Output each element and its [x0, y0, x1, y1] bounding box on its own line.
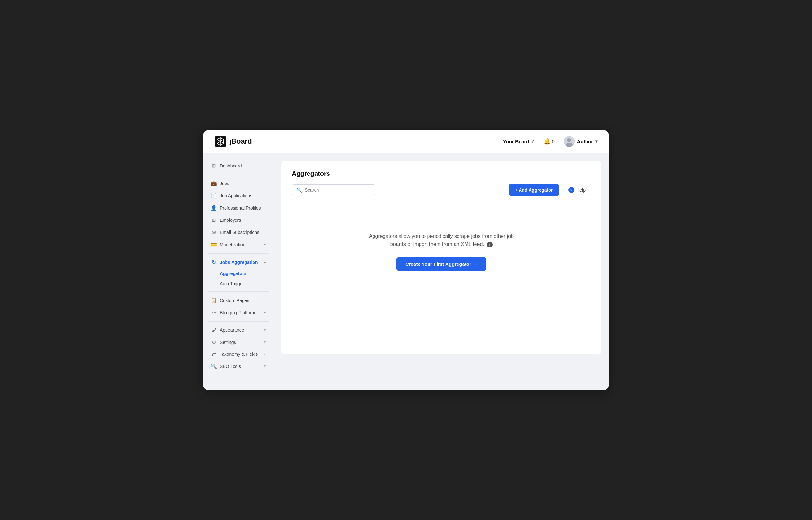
sidebar-item-taxonomy-fields[interactable]: 🏷 Taxonomy & Fields ▾: [203, 348, 274, 360]
sidebar-subitem-auto-tagger[interactable]: Auto Tagger: [203, 279, 274, 289]
jobs-aggregation-icon: ↻: [211, 259, 217, 265]
help-icon: ?: [568, 187, 574, 193]
header: jBoard Your Board ⤢ 🔔 0 Author: [203, 130, 609, 153]
sidebar-item-custom-pages[interactable]: 📋 Custom Pages: [203, 294, 274, 307]
dashboard-icon: ⊞: [211, 163, 217, 169]
search-icon: 🔍: [297, 187, 302, 192]
sidebar-item-settings[interactable]: ⚙ Settings ▾: [203, 336, 274, 348]
help-label: Help: [576, 187, 586, 192]
content-panel: Aggregators 🔍 + Add Aggregator ? Help: [281, 161, 601, 354]
job-applications-icon: 📄: [211, 193, 217, 199]
bell-icon: 🔔: [544, 138, 551, 145]
author-label: Author: [577, 139, 593, 144]
sidebar-label-dashboard: Dashboard: [220, 163, 266, 168]
sidebar-item-employers[interactable]: ⊞ Employers: [203, 214, 274, 226]
empty-state: Aggregators allow you to periodically sc…: [292, 206, 591, 296]
taxonomy-icon: 🏷: [211, 352, 217, 357]
monetization-chevron-icon: ▾: [264, 242, 266, 246]
sidebar-item-seo-tools[interactable]: 🔍 SEO Tools ▾: [203, 360, 274, 372]
sidebar-label-employers: Employers: [220, 217, 266, 223]
auto-tagger-label: Auto Tagger: [220, 281, 244, 286]
sidebar-divider-1: [208, 175, 269, 175]
author-menu[interactable]: Author ▾: [564, 136, 597, 147]
sidebar-label-settings: Settings: [220, 340, 261, 345]
main-content: Aggregators 🔍 + Add Aggregator ? Help: [274, 153, 609, 390]
sidebar: ⊞ Dashboard 💼 Jobs 📄 Job Applications 👤 …: [203, 153, 274, 390]
sidebar-divider-3: [208, 291, 269, 292]
sidebar-item-jobs-aggregation[interactable]: ↻ Jobs Aggregation ▴: [203, 256, 274, 268]
search-input[interactable]: [305, 187, 371, 192]
sidebar-item-blogging-platform[interactable]: ✏ Blogging Platform ▾: [203, 307, 274, 319]
custom-pages-icon: 📋: [211, 297, 217, 303]
app-frame: jBoard Your Board ⤢ 🔔 0 Author: [203, 130, 609, 390]
blogging-icon: ✏: [211, 310, 217, 316]
sidebar-label-monetization: Monetization: [220, 242, 261, 247]
jobs-icon: 💼: [211, 181, 217, 186]
toolbar-right: + Add Aggregator ? Help: [509, 184, 591, 196]
sidebar-item-jobs[interactable]: 💼 Jobs: [203, 177, 274, 190]
sidebar-label-custom-pages: Custom Pages: [220, 298, 266, 303]
sidebar-label-jobs: Jobs: [220, 181, 266, 186]
create-cta-label: Create Your First Aggregator →: [405, 261, 477, 267]
sidebar-label-email-subscriptions: Email Subscriptions: [220, 230, 266, 235]
appearance-chevron-icon: ▾: [264, 328, 266, 332]
help-button[interactable]: ? Help: [563, 184, 591, 196]
sidebar-label-seo-tools: SEO Tools: [220, 364, 261, 369]
info-icon: i: [487, 242, 493, 248]
add-aggregator-label: + Add Aggregator: [515, 187, 553, 192]
sidebar-label-professional-profiles: Professional Profiles: [220, 205, 266, 210]
svg-point-2: [567, 138, 571, 142]
add-aggregator-button[interactable]: + Add Aggregator: [509, 184, 560, 196]
sidebar-item-job-applications[interactable]: 📄 Job Applications: [203, 190, 274, 202]
logo-text: jBoard: [229, 137, 252, 146]
sidebar-divider-4: [208, 321, 269, 322]
sidebar-item-email-subscriptions[interactable]: ✉ Email Subscriptions: [203, 226, 274, 238]
sidebar-item-monetization[interactable]: 💳 Monetization ▾: [203, 238, 274, 251]
professional-profiles-icon: 👤: [211, 205, 217, 211]
logo: jBoard: [215, 136, 252, 147]
notification-bell[interactable]: 🔔 0: [544, 138, 555, 145]
notification-count: 0: [552, 139, 555, 144]
monetization-icon: 💳: [211, 242, 217, 248]
header-right: Your Board ⤢ 🔔 0 Author ▾: [503, 136, 597, 147]
appearance-icon: 🖌: [211, 328, 217, 333]
email-icon: ✉: [211, 230, 217, 235]
employers-icon: ⊞: [211, 217, 217, 223]
sidebar-label-job-applications: Job Applications: [220, 193, 266, 198]
your-board-label: Your Board: [503, 139, 529, 144]
settings-chevron-icon: ▾: [264, 340, 266, 344]
page-title: Aggregators: [292, 170, 591, 177]
author-chevron-icon: ▾: [595, 139, 597, 144]
sidebar-item-dashboard[interactable]: ⊞ Dashboard: [203, 160, 274, 172]
sidebar-label-blogging-platform: Blogging Platform: [220, 310, 261, 315]
panel-toolbar: 🔍 + Add Aggregator ? Help: [292, 184, 591, 196]
avatar: [564, 136, 574, 147]
logo-icon: [215, 136, 226, 147]
external-link-icon: ⤢: [531, 139, 535, 144]
empty-state-description: Aggregators allow you to periodically sc…: [361, 232, 522, 249]
body: ⊞ Dashboard 💼 Jobs 📄 Job Applications 👤 …: [203, 153, 609, 390]
blogging-chevron-icon: ▾: [264, 310, 266, 315]
sidebar-divider-2: [208, 253, 269, 254]
sidebar-item-professional-profiles[interactable]: 👤 Professional Profiles: [203, 202, 274, 214]
your-board-link[interactable]: Your Board ⤢: [503, 139, 535, 144]
seo-chevron-icon: ▾: [264, 364, 266, 368]
sidebar-label-taxonomy-fields: Taxonomy & Fields: [220, 352, 261, 357]
sidebar-label-appearance: Appearance: [220, 328, 261, 333]
sidebar-label-jobs-aggregation: Jobs Aggregation: [220, 260, 261, 265]
jobs-aggregation-chevron-icon: ▴: [264, 260, 266, 264]
sidebar-item-appearance[interactable]: 🖌 Appearance ▾: [203, 324, 274, 336]
sidebar-subitem-aggregators[interactable]: Aggregators: [203, 268, 274, 279]
seo-icon: 🔍: [211, 363, 217, 369]
aggregators-label: Aggregators: [220, 271, 246, 276]
settings-icon: ⚙: [211, 339, 217, 345]
taxonomy-chevron-icon: ▾: [264, 352, 266, 357]
search-box[interactable]: 🔍: [292, 184, 375, 196]
create-first-aggregator-button[interactable]: Create Your First Aggregator →: [396, 257, 487, 270]
